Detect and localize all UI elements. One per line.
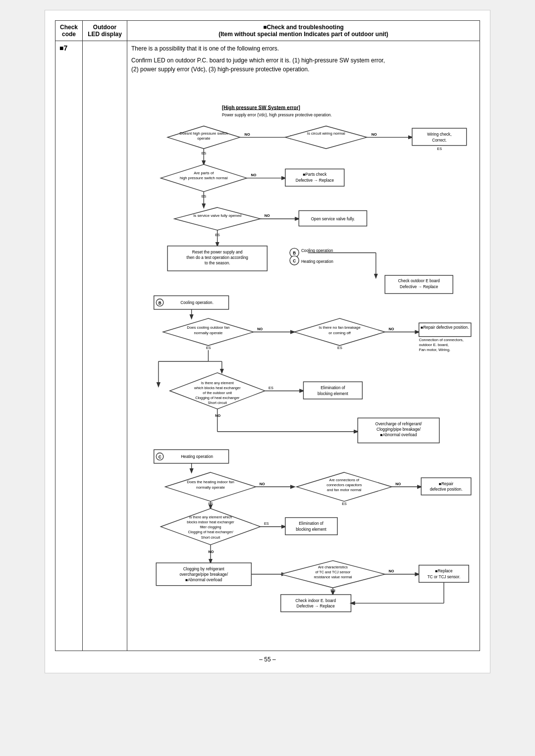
- box-parts-text1: ■Parts check: [303, 172, 327, 177]
- diamond-iheat-text2: blocks indoor heat exchanger: [187, 520, 234, 524]
- col-led: OutdoorLED display: [83, 21, 127, 41]
- box-parts-check: [285, 169, 344, 186]
- diamond-heat-text5: Short circuit: [208, 401, 227, 405]
- box-open-valve-text: Open service valve fully.: [311, 217, 355, 221]
- label-heating: Heating operation: [301, 259, 333, 264]
- page: Checkcode OutdoorLED display ■Check and …: [45, 10, 490, 673]
- label-no11: NO: [388, 569, 394, 573]
- label-no8: NO: [260, 482, 265, 486]
- content-row: ■7 There is a possibility that it is one…: [55, 41, 480, 651]
- diamond-break-text2: or coming off: [328, 331, 351, 335]
- label-es2: ES: [202, 194, 207, 199]
- text-connectors1: Connection of connectors,: [419, 338, 464, 342]
- box-replace-sensor: [419, 565, 469, 583]
- label-es-fan: ES: [206, 346, 211, 350]
- label-B: B: [293, 251, 296, 255]
- label-no9: NO: [395, 482, 401, 486]
- box-elimination-bottom: [285, 517, 337, 535]
- box-elimination-top: [304, 382, 363, 399]
- label-heating2: Heating operation: [181, 454, 213, 459]
- box-clog-text1: Clogging by refrigerant: [183, 567, 225, 571]
- label-no1: NO: [245, 132, 250, 137]
- diamond-tc-text1: Are characteristics: [318, 565, 348, 569]
- error-code: ■7: [59, 44, 67, 52]
- label-cooling: Cooling operation: [301, 249, 333, 253]
- box-elim-text2: blocking element: [318, 392, 348, 396]
- box-repair-text1a: ■Repair defective position.: [421, 325, 469, 330]
- box-parts-text2: Defective → Replace: [296, 178, 334, 183]
- box-wiring-text2: Correct.: [432, 138, 446, 143]
- diamond-hfan-text2: normally operate: [196, 485, 225, 490]
- diamond-hp-switch-text1: Doesnt high pressure switch: [180, 131, 228, 136]
- label-C-top: C: [293, 259, 296, 263]
- label-es-wiring: ES: [437, 147, 442, 151]
- diamond-tc-text3: resistance value normal: [314, 575, 352, 579]
- box-reset-text2: then do a test operation according: [187, 255, 249, 260]
- page-footer: – 55 –: [55, 656, 480, 663]
- intro-line2: Confirm LED on outdoor P.C. board to jud…: [131, 56, 476, 74]
- label-es-break: ES: [337, 346, 342, 350]
- diamond-fan-text2: normally operate: [194, 331, 223, 335]
- box-overcharge-text1: Overcharge of refrigerant/: [375, 422, 422, 426]
- label-no6: NO: [388, 327, 394, 331]
- box-replace-text2: TC or TCJ sensor.: [428, 575, 461, 579]
- diamond-conn-text3: and fan motor normal: [327, 488, 362, 492]
- label-no2: NO: [372, 132, 377, 137]
- box-reset-text3: to the season.: [205, 261, 230, 265]
- box-wiring-text1: Wiring check,: [427, 132, 451, 137]
- label-no10: NO: [208, 550, 214, 554]
- text-connectors2: outdoor E. board,: [419, 343, 449, 347]
- led-display-cell: [83, 41, 127, 651]
- diamond-fan-text1: Does cooling outdoor fan: [187, 325, 229, 330]
- label-es-conn: ES: [342, 502, 347, 506]
- box-replace-text1: ■Replace: [435, 569, 453, 573]
- diamond-conn-text2: connectors capacitors: [326, 483, 362, 487]
- error-code-cell: ■7: [55, 41, 83, 651]
- section-subtitle: Power supply error (Vdc), high pressure …: [222, 113, 332, 117]
- label-no7: NO: [215, 413, 220, 418]
- label-no4: NO: [265, 213, 270, 218]
- box-elim-text1: Elimination of: [321, 386, 345, 390]
- box-overcharge-text3: ■Abnormal overload: [380, 433, 417, 437]
- diamond-hfan-text1: Does the heating indoor fan: [187, 480, 234, 484]
- diamond-iheat-text3: filter clogging: [200, 525, 221, 529]
- diamond-tc-text2: of TC and TCJ sensor: [315, 570, 351, 574]
- diamond-heat-text3: of the outdoor unit: [203, 391, 232, 395]
- box-wiring-check: [412, 128, 467, 146]
- header-row: Checkcode OutdoorLED display ■Check and …: [55, 21, 480, 41]
- diamond-heat-text1: Is there any element: [201, 381, 234, 385]
- diamond-iheat-text4: Clogging of heat exchanger/: [188, 530, 233, 535]
- box-indoor-text2: Defective → Replace: [297, 604, 335, 608]
- label-no3: NO: [251, 173, 256, 177]
- diamond-parts-text2: high pressure switch normal: [180, 176, 228, 180]
- box-indoor-text1: Check indoor E. board: [295, 599, 336, 603]
- diamond-hp-switch-text2: operate: [197, 136, 210, 141]
- box-outdoor-text1: Check outdoor E board: [398, 279, 440, 283]
- diamond-conn-text1: Are connections of: [329, 478, 360, 482]
- box-reset-text1: Reset the power supply and: [192, 250, 243, 254]
- text-connectors3: Fan motor, Wiring.: [419, 348, 450, 352]
- box-repair-bot-text1: ■Repair: [439, 482, 453, 486]
- diamond-service-valve: [174, 207, 261, 230]
- box-repair-bot-text2: defective position.: [430, 487, 463, 492]
- box-clog-text2: overcharge/pipe breakage/: [179, 572, 228, 577]
- diamond-iheat-text5: Short circuit: [201, 535, 220, 540]
- label-no5: NO: [257, 327, 263, 331]
- section-title-hp: [High pressure SW System error]: [222, 105, 300, 110]
- label-es-iheat: ES: [264, 521, 269, 526]
- label-C2: C: [159, 455, 161, 459]
- box-indoor-board: [281, 595, 351, 612]
- diamond-heat-text2: which blocks heat exchanger: [194, 386, 241, 390]
- main-content-cell: There is a possibility that it is one of…: [127, 41, 480, 651]
- flowchart: [High pressure SW System error] Power su…: [131, 77, 476, 646]
- label-es-heat: ES: [268, 386, 273, 390]
- box-outdoor-text2: Defective → Replace: [400, 285, 438, 289]
- box-repair-defective-bot: [421, 478, 471, 495]
- col-check: Checkcode: [55, 21, 83, 41]
- diamond-circuit-wiring: [285, 126, 367, 149]
- diamond-iheat-text1: Is there any element which: [189, 515, 232, 519]
- diamond-circuit-text1: Is circuit wiring normal: [307, 131, 345, 136]
- col-check-troubleshoot: ■Check and troubleshooting (Item without…: [127, 21, 480, 41]
- label-cooling2: Cooling operation.: [180, 301, 214, 305]
- diamond-valve-text: Is service valve fully opened: [193, 213, 241, 218]
